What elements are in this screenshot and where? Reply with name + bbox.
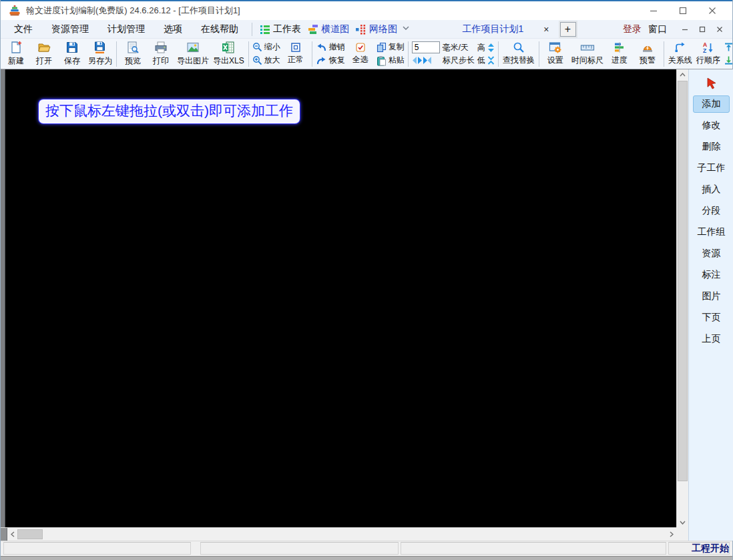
menu-resource[interactable]: 资源管理 [42,21,98,38]
paste-icon [376,55,387,66]
save-as-button[interactable]: 另存为 [86,40,114,67]
sidebar-item-resource[interactable]: 资源 [693,245,730,262]
horizontal-scrollbar[interactable] [1,527,676,541]
print-button[interactable]: 打印 [147,40,175,67]
menu-options[interactable]: 选项 [154,21,192,38]
undo-button[interactable]: 撤销 [314,41,346,53]
move-stack: 上移 下移 [722,41,732,66]
document-tab[interactable]: 工作项目计划1 × [457,22,557,37]
zoom-in-icon [252,55,262,65]
horizontal-scroll-track[interactable] [43,528,666,541]
maximize-icon[interactable] [668,2,698,19]
export-xls-button[interactable]: 导出XLS [211,40,246,67]
scroll-up-icon[interactable] [677,69,688,79]
spinner-collapse-icon [487,55,495,65]
gantt-canvas[interactable]: 按下鼠标左键拖拉(或双击)即可添加工作 [5,69,676,527]
save-as-label: 另存为 [88,55,112,67]
status-panel-1 [3,542,191,555]
minimize-icon[interactable] [639,2,668,19]
time-ruler-button[interactable]: 时间标尺 [569,41,605,67]
zoom-stack: 缩小 放大 [251,41,282,66]
alert-button[interactable]: 预警 [634,41,662,67]
preview-label: 预览 [125,55,141,67]
status-panel-2 [200,542,399,555]
undo-redo-stack: 撤销 恢复 [314,41,346,66]
progress-button[interactable]: 进度 [605,41,634,67]
ruler-step-input[interactable] [412,41,440,53]
row-height-high-button[interactable]: 高 [477,42,495,53]
settings-button[interactable]: 设置 [541,41,569,67]
zoom-out-button[interactable]: 缩小 [251,41,282,53]
find-replace-button[interactable]: 查找替换 [501,41,537,67]
view-network-label: 网络图 [369,23,397,35]
new-button[interactable]: 新建 [2,40,30,67]
scroll-corner-handle[interactable] [1,528,7,541]
scroll-right-icon[interactable] [666,528,676,541]
add-tab-button[interactable]: + [560,22,576,37]
menu-plan[interactable]: 计划管理 [98,21,154,38]
progress-bars-icon [614,41,626,53]
gantt-icon [308,24,318,35]
zoom-normal-button[interactable]: 正常 [282,41,310,66]
move-down-button[interactable]: 下移 [722,55,732,66]
mdi-close-icon[interactable] [711,22,728,37]
zoom-in-button[interactable]: 放大 [251,55,282,66]
paste-label: 粘贴 [389,55,405,66]
redo-button[interactable]: 恢复 [314,55,346,66]
save-button[interactable]: 保存 [58,40,86,67]
save-label: 保存 [64,55,80,67]
view-worksheet-button[interactable]: 工作表 [256,21,304,37]
sidebar-item-next-page[interactable]: 下页 [693,309,730,326]
sidebar-item-modify[interactable]: 修改 [693,117,730,134]
chevron-down-icon[interactable] [402,24,410,34]
print-label: 打印 [153,55,169,67]
export-image-button[interactable]: 导出图片 [175,40,211,67]
checkbox-icon [355,42,366,53]
paste-button[interactable]: 粘贴 [375,55,406,66]
undo-icon [316,42,327,52]
move-up-button[interactable]: 上移 [722,41,732,53]
view-network-button[interactable]: 网络图 [352,21,401,37]
vertical-scrollbar[interactable] [676,69,688,527]
close-icon[interactable] [698,2,727,19]
horizontal-scroll-thumb[interactable] [17,529,43,539]
preview-icon [126,41,140,54]
mdi-minimize-icon[interactable] [676,22,694,37]
sidebar-item-insert[interactable]: 插入 [693,181,730,198]
new-file-icon [9,41,23,54]
login-link[interactable]: 登录 [623,23,642,35]
row-height-low-button[interactable]: 低 [477,55,495,66]
app-window: 翰文进度计划编制(免费版) 24.6.26.12 - [工作项目计划1] 文件 … [0,0,733,560]
menu-file[interactable]: 文件 [5,21,42,38]
relation-line-button[interactable]: 关系线 [666,41,694,67]
left-splitter[interactable] [1,69,5,527]
sidebar-item-add[interactable]: 添加 [693,95,730,113]
sidebar-item-subwork[interactable]: 子工作 [693,160,730,177]
gear-icon [549,41,562,53]
vertical-scroll-track[interactable] [677,79,688,517]
sidebar-item-prev-page[interactable]: 上页 [693,330,730,348]
menu-help[interactable]: 在线帮助 [192,21,248,38]
scroll-left-icon[interactable] [7,528,17,541]
view-gantt-button[interactable]: 横道图 [304,21,352,37]
ruler-step-arrows-icon[interactable] [412,56,432,65]
vertical-scroll-thumb[interactable] [678,81,688,481]
sidebar-item-workgroup[interactable]: 工作组 [693,224,730,241]
save-icon [65,41,79,54]
window-menu[interactable]: 窗口 [648,23,667,35]
open-button[interactable]: 打开 [30,40,58,67]
sidebar-item-picture[interactable]: 图片 [693,288,730,305]
network-icon [356,24,366,35]
select-all-button[interactable]: 全选 [346,41,375,66]
time-ruler-label: 时间标尺 [571,55,603,66]
scroll-down-icon[interactable] [677,517,688,527]
tab-close-icon[interactable]: × [541,24,551,35]
preview-button[interactable]: 预览 [119,40,147,67]
sidebar-item-delete[interactable]: 删除 [693,138,730,156]
mdi-restore-icon[interactable] [694,22,711,37]
sidebar-item-annotation[interactable]: 标注 [693,266,730,284]
copy-button[interactable]: 复制 [375,41,406,53]
row-order-button[interactable]: A Z 行顺序 [694,41,722,67]
toolbar-separator [408,41,409,67]
sidebar-item-segment[interactable]: 分段 [693,202,730,220]
